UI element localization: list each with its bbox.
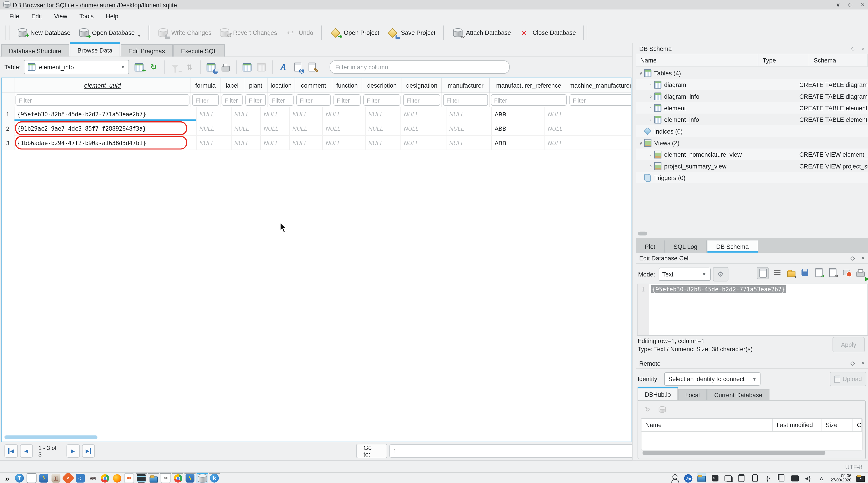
- filter-any-column-input[interactable]: [330, 60, 510, 74]
- toolbar-handle[interactable]: [5, 26, 9, 40]
- menu-view[interactable]: View: [49, 11, 72, 21]
- attach-database-button[interactable]: ∞Attach Database: [448, 26, 515, 40]
- cell[interactable]: NULL: [401, 135, 446, 150]
- schema-tree-item[interactable]: ∨Views (2): [636, 137, 868, 148]
- insert-rows-button[interactable]: ←: [241, 60, 254, 74]
- close-button[interactable]: ×: [861, 0, 865, 9]
- column-filter-input-description[interactable]: [363, 94, 401, 106]
- first-page-button[interactable]: ◀: [4, 444, 18, 458]
- text-mode-button[interactable]: [756, 267, 769, 279]
- schema-tree-item[interactable]: ∨Tables (4): [636, 67, 868, 79]
- tree-chevron-icon[interactable]: ›: [648, 163, 654, 169]
- tree-chevron-icon[interactable]: ›: [648, 105, 654, 111]
- schema-col-name[interactable]: Name: [636, 54, 758, 67]
- hp-tray-item[interactable]: hp: [684, 474, 693, 483]
- table-selector[interactable]: element_info ▼: [24, 60, 129, 74]
- expand-tray-tray-item[interactable]: ∧: [817, 474, 826, 483]
- cell[interactable]: NULL: [290, 121, 323, 136]
- column-filter-input-plant[interactable]: [245, 94, 266, 106]
- grid-hscrollbar-thumb[interactable]: [4, 435, 98, 439]
- db-browser-task[interactable]: [196, 473, 208, 483]
- virtual-machine-task[interactable]: VM: [87, 473, 99, 483]
- set-null-button[interactable]: [841, 267, 852, 278]
- cell[interactable]: {1bb6adae-b294-47f2-b90a-a1638d3d47b1}: [14, 135, 197, 150]
- schema-tree-item[interactable]: ›diagram_infoCREATE TABLE diagram_in: [636, 90, 868, 102]
- tree-chevron-icon[interactable]: ›: [648, 82, 654, 87]
- cell[interactable]: NULL: [290, 107, 323, 121]
- cell[interactable]: NULL: [261, 121, 289, 136]
- package-manager-task[interactable]: ▥: [50, 473, 62, 483]
- dock-float-icon[interactable]: ◇: [850, 46, 855, 52]
- cell[interactable]: NULL: [366, 107, 401, 121]
- tree-chevron-icon[interactable]: ›: [648, 151, 654, 157]
- row-number[interactable]: 2: [2, 121, 14, 136]
- cell-editor-text[interactable]: {95efeb30-82b8-45de-b2d2-771a53eae2b7}: [651, 285, 786, 293]
- tree-chevron-icon[interactable]: ∨: [638, 70, 644, 76]
- remote-col-name[interactable]: Name: [641, 419, 773, 431]
- cell[interactable]: NULL: [401, 121, 446, 136]
- window-titlebar[interactable]: DB Browser for SQLite - /home/laurent/De…: [0, 0, 868, 10]
- light-tray-item[interactable]: (•: [764, 474, 772, 483]
- mail-task[interactable]: ✉: [160, 473, 172, 483]
- toolbar-handle[interactable]: [583, 26, 587, 40]
- schema-tree-item[interactable]: ›diagramCREATE TABLE diagram (u: [636, 79, 868, 90]
- edit-cell-button[interactable]: ✎: [305, 60, 319, 74]
- cell[interactable]: NULL: [545, 135, 629, 150]
- terminal-tray-item[interactable]: >_: [711, 474, 719, 483]
- column-header-manufacturer_reference[interactable]: manufacturer_reference: [490, 78, 568, 93]
- clone-database-icon[interactable]: [657, 404, 667, 414]
- print-button[interactable]: [219, 60, 232, 74]
- schema-col-schema[interactable]: Schema: [809, 54, 868, 67]
- new-database-button[interactable]: +New Database: [13, 26, 74, 40]
- announcements-task[interactable]: ◁: [74, 473, 87, 483]
- word-wrap-button[interactable]: [772, 267, 783, 278]
- locked-folder-tray-item[interactable]: [857, 473, 865, 483]
- cell[interactable]: NULL: [197, 121, 231, 136]
- cell[interactable]: NULL: [366, 135, 401, 150]
- cell[interactable]: ABB: [492, 135, 545, 150]
- cell[interactable]: NULL: [401, 107, 446, 121]
- schema-tree-item[interactable]: ›element_nomenclature_viewCREATE VIEW el…: [636, 149, 868, 160]
- schema-col-type[interactable]: Type: [758, 54, 809, 67]
- column-filter-input-label[interactable]: [222, 94, 243, 106]
- insert-record-button[interactable]: +: [133, 60, 146, 74]
- cell[interactable]: ABB: [492, 107, 545, 121]
- auto-switch-mode-button[interactable]: ⚙▶: [713, 267, 728, 281]
- firefox-task[interactable]: [111, 473, 123, 483]
- remote-col-size[interactable]: Size: [822, 419, 853, 431]
- column-header-function[interactable]: function: [332, 78, 362, 93]
- goto-button[interactable]: Go to:: [356, 444, 387, 458]
- column-filter-input-manufacturer_reference[interactable]: [491, 94, 567, 106]
- column-header-designation[interactable]: designation: [402, 78, 442, 93]
- dock-float-icon[interactable]: ◇: [850, 360, 855, 366]
- refresh-remote-icon[interactable]: ↻: [643, 404, 652, 414]
- column-header-element_uuid[interactable]: element_uuid: [14, 78, 191, 93]
- schema-tree-item[interactable]: Triggers (0): [636, 172, 868, 183]
- upload-button[interactable]: Upload: [830, 372, 866, 386]
- dock-float-icon[interactable]: ◇: [850, 255, 855, 261]
- cell[interactable]: NULL: [290, 135, 323, 150]
- cell[interactable]: NULL: [323, 135, 365, 150]
- cell[interactable]: NULL: [231, 107, 261, 121]
- cell[interactable]: ABB: [492, 121, 545, 136]
- plug-tray-item[interactable]: [777, 474, 786, 483]
- column-filter-input-machine_manufacturer_[interactable]: [569, 94, 631, 106]
- user-tray-item[interactable]: [671, 474, 679, 483]
- schema-tree-item[interactable]: ›element_infoCREATE TABLE element_in: [636, 114, 868, 125]
- dock-tab-db-schema[interactable]: DB Schema: [707, 240, 758, 253]
- remote-tab-current-database[interactable]: Current Database: [707, 389, 770, 400]
- tab-browse-data[interactable]: Browse Data: [70, 42, 120, 57]
- dock-tab-sql-log[interactable]: SQL Log: [665, 240, 707, 253]
- column-header-formula[interactable]: formula: [191, 78, 220, 93]
- cell[interactable]: NULL: [261, 107, 289, 121]
- cell[interactable]: NULL: [446, 121, 492, 136]
- remote-tab-dbhub-io[interactable]: DBHub.io: [638, 387, 678, 400]
- column-header-manufacturer[interactable]: manufacturer: [442, 78, 490, 93]
- cell[interactable]: NULL: [545, 121, 629, 136]
- close-database-button[interactable]: ✕Close Database: [515, 26, 580, 40]
- cell[interactable]: NULL: [197, 107, 231, 121]
- save-file-button[interactable]: [799, 267, 810, 278]
- next-page-button[interactable]: ▶: [67, 444, 80, 458]
- column-header-plant[interactable]: plant: [244, 78, 268, 93]
- link-button[interactable]: ∞: [827, 267, 838, 278]
